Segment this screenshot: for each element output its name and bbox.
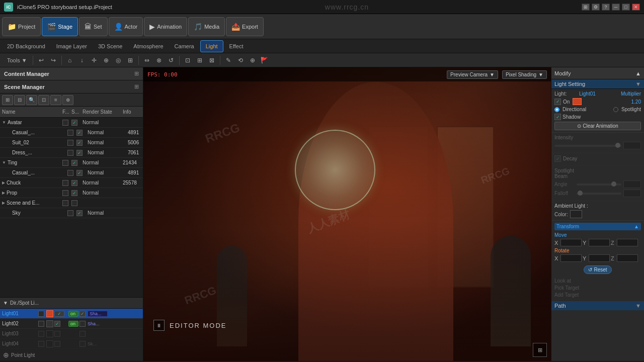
tool5[interactable]: ⊞ [194, 55, 205, 66]
camera-selector[interactable]: Preview Camera ▼ [447, 70, 498, 79]
light04-color-swatch[interactable] [46, 340, 53, 347]
redo-btn[interactable]: ↪ [48, 55, 59, 66]
toolbar-set[interactable]: 🏛 Set [79, 17, 108, 36]
scene-tool-6[interactable]: ⊕ [62, 95, 73, 105]
on-color-swatch[interactable] [573, 98, 582, 105]
light-row-light04[interactable]: Light04 Sk... [0, 339, 143, 349]
s-checkbox[interactable]: ✓ [76, 170, 83, 176]
light01-s-chk[interactable]: ✓ [54, 311, 64, 317]
pause-button[interactable]: ⏸ [153, 320, 165, 331]
scene-tool-1[interactable]: ⊞ [2, 95, 13, 105]
angle-input[interactable]: 74 [623, 180, 641, 188]
toolbar-actor[interactable]: 👤 Actor [109, 17, 143, 36]
light03-f-chk[interactable] [38, 331, 44, 337]
s-checkbox[interactable]: ✓ [71, 190, 77, 196]
scene-row[interactable]: ▶Chuck ✓ Normal 25578 [0, 178, 143, 188]
f-checkbox[interactable] [67, 140, 73, 146]
modify-collapse-icon[interactable]: ▲ [635, 70, 641, 76]
s-checkbox[interactable]: ✓ [76, 210, 83, 216]
light-row-light03[interactable]: Light03 [0, 329, 143, 339]
s-checkbox[interactable]: ✓ [71, 180, 77, 186]
scene-row[interactable]: ▼Ting ✓ Normal 21434 [0, 158, 143, 168]
intensity-input[interactable]: 388 [623, 142, 641, 149]
falloff-input[interactable]: 20 [623, 190, 641, 197]
scene-tool-5[interactable]: ≡ [50, 95, 61, 105]
content-manager-expand[interactable]: ⊞ [134, 70, 139, 77]
toolbar-animation[interactable]: ▶ Animation [144, 17, 187, 36]
tool2[interactable]: ⊗ [153, 55, 165, 66]
light01-color-swatch[interactable] [46, 310, 53, 317]
intensity-thumb[interactable] [615, 143, 620, 148]
minimize-btn[interactable]: ─ [612, 4, 620, 11]
light-row-light01[interactable]: Light01 ✓ on ✓ Sha... [0, 309, 143, 319]
tab-effect[interactable]: Effect [224, 40, 249, 52]
toolbar-export[interactable]: 📤 Export [226, 17, 264, 36]
f-checkbox[interactable] [62, 120, 68, 126]
falloff-thumb[interactable] [578, 191, 583, 196]
snap-tool[interactable]: ◎ [113, 55, 124, 66]
close-btn[interactable]: ✕ [632, 4, 640, 11]
tool4[interactable]: ⊡ [182, 55, 193, 66]
move-z-input[interactable]: 250 [617, 239, 638, 246]
scene-row[interactable]: ▶Scene and E... [0, 198, 143, 208]
align-tool[interactable]: ⊕ [101, 55, 112, 66]
light02-s-chk[interactable]: ✓ [54, 321, 60, 327]
falloff-slider[interactable] [577, 193, 621, 195]
move-x-input[interactable]: 0 [560, 239, 582, 246]
decay-checkbox[interactable]: ✓ [554, 155, 561, 162]
f-checkbox[interactable] [62, 160, 68, 166]
s-checkbox[interactable]: ✓ [76, 130, 83, 136]
scene-row[interactable]: Suit_02 ✓ Normal 5006 [0, 138, 143, 148]
light04-s-chk[interactable] [54, 341, 60, 347]
light03-s-chk[interactable] [54, 331, 60, 337]
multiplier-value[interactable]: 1.20 [631, 99, 641, 105]
light04-sha-chk[interactable] [79, 341, 86, 347]
ambient-color-swatch[interactable] [570, 210, 582, 218]
scene-row[interactable]: ▶Prop ✓ Normal [0, 188, 143, 198]
shadow-checkbox[interactable]: ✓ [554, 114, 561, 120]
light03-sha-chk[interactable] [79, 331, 86, 337]
tool9[interactable]: ⊕ [247, 55, 258, 66]
lock-tool[interactable]: ⊞ [125, 55, 136, 66]
scale-tool[interactable]: ✛ [89, 55, 100, 66]
scene-row[interactable]: ▼Avatar ✓ Normal [0, 118, 143, 128]
reset-button[interactable]: ↺ Reset [584, 265, 611, 274]
icon-btn1[interactable]: ⊞ [582, 4, 590, 11]
f-checkbox[interactable] [67, 130, 73, 136]
tab-2d-background[interactable]: 2D Background [2, 40, 50, 52]
s-checkbox[interactable]: ✓ [71, 120, 77, 126]
on-checkbox[interactable]: ✓ [554, 99, 561, 105]
help-btn[interactable]: ? [602, 4, 610, 11]
f-checkbox[interactable] [62, 180, 68, 186]
spotlight-radio[interactable] [613, 107, 618, 112]
move-y-input[interactable]: -50 [589, 239, 610, 246]
tab-3d-scene[interactable]: 3D Scene [93, 40, 127, 52]
tools-dropdown[interactable]: Tools ▼ [4, 56, 30, 64]
f-checkbox[interactable] [67, 210, 73, 216]
toolbar-project[interactable]: 📁 Project [2, 17, 41, 36]
transform-icon[interactable]: ▲ [634, 224, 639, 229]
maximize-btn[interactable]: □ [622, 4, 630, 11]
scene-row[interactable]: Casual_... ✓ Normal 4891 [0, 128, 143, 138]
viewport-corner-icon[interactable]: ⊞ [533, 343, 547, 357]
undo-btn[interactable]: ↩ [36, 55, 47, 66]
clear-animation-button[interactable]: ⊙ Clear Animation [554, 122, 641, 130]
light03-color-swatch[interactable] [46, 330, 53, 337]
light04-f-chk[interactable] [38, 341, 44, 347]
scene-tool-4[interactable]: ⊡ [38, 95, 49, 105]
angle-slider[interactable] [577, 184, 621, 186]
f-checkbox[interactable] [62, 200, 68, 206]
scene-row[interactable]: Sky ✓ Normal [0, 208, 143, 218]
pixel-shading-button[interactable]: Pixel Shading ▼ [502, 70, 547, 79]
gear-btn[interactable]: ⚙ [592, 4, 600, 11]
f-checkbox[interactable] [62, 190, 68, 196]
scene-tool-2[interactable]: ⊟ [14, 95, 25, 105]
path-icon[interactable]: ▼ [635, 303, 641, 309]
toolbar-media[interactable]: 🎵 Media [188, 17, 225, 36]
tool1[interactable]: ⇔ [141, 55, 152, 66]
light02-color-swatch[interactable] [46, 320, 53, 327]
light02-f-chk[interactable] [38, 321, 44, 327]
tool8[interactable]: ⟲ [235, 55, 246, 66]
tool7[interactable]: ✎ [223, 55, 234, 66]
scene-manager-expand[interactable]: ⊞ [134, 83, 139, 90]
